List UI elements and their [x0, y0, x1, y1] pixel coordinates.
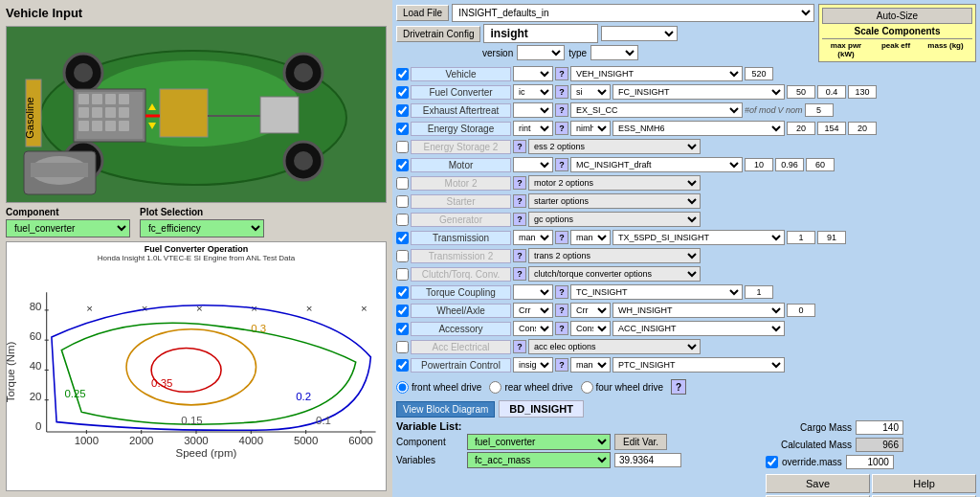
component-v2-input[interactable] [817, 85, 846, 99]
help-button[interactable]: Help [872, 474, 976, 493]
component-checkbox[interactable] [396, 286, 409, 299]
component-v1-input[interactable] [787, 231, 815, 244]
component-v1-input[interactable] [787, 122, 815, 135]
component-checkbox[interactable] [396, 232, 409, 244]
component-sel1[interactable]: Const [513, 321, 553, 336]
save-button[interactable]: Save [766, 474, 870, 493]
version-select-type[interactable] [601, 26, 678, 41]
component-v3-input[interactable] [805, 103, 834, 117]
auto-size-button[interactable]: Auto-Size [822, 8, 972, 24]
component-checkbox[interactable] [396, 195, 409, 208]
component-checkbox[interactable] [396, 177, 409, 190]
component-sel1[interactable]: insight [513, 357, 553, 373]
component-sel1[interactable]: rint [513, 121, 553, 136]
component-checkbox[interactable] [396, 250, 409, 262]
scale-title: Scale Components [822, 26, 972, 39]
component-help-button[interactable]: ? [513, 267, 526, 281]
component-help-button[interactable]: ? [513, 194, 526, 208]
component-help-button[interactable]: ? [555, 67, 568, 80]
component-name-select[interactable]: PTC_INSIGHT [612, 357, 785, 373]
component-help-button[interactable]: ? [555, 285, 568, 299]
component-checkbox[interactable] [396, 86, 409, 99]
component-help-button[interactable]: ? [513, 340, 526, 353]
component-help-button[interactable]: ? [555, 231, 568, 244]
component-help-button[interactable]: ? [555, 158, 568, 171]
component-v2-input[interactable] [817, 122, 846, 135]
component-v3-input[interactable] [806, 158, 835, 171]
component-help-button[interactable]: ? [513, 249, 526, 262]
component-help-button[interactable]: ? [555, 122, 568, 135]
component-v3-input[interactable] [848, 122, 877, 135]
component-help-button[interactable]: ? [513, 213, 526, 226]
four-wheel-drive-option[interactable]: four wheel drive [581, 381, 664, 394]
component-checkbox[interactable] [396, 159, 409, 171]
rear-wheel-drive-option[interactable]: rear wheel drive [489, 381, 572, 394]
component-v2-input[interactable] [775, 158, 804, 171]
component-sel1-empty[interactable] [513, 102, 553, 118]
edit-var-button[interactable]: Edit Var. [614, 434, 667, 450]
component-name-select[interactable]: WH_INSIGHT [612, 303, 785, 318]
component-sel2[interactable]: si [570, 84, 611, 100]
component-checkbox[interactable] [396, 359, 409, 372]
override-mass-input[interactable] [846, 455, 894, 469]
component-sel1[interactable]: Crr [513, 303, 553, 318]
component-checkbox[interactable] [396, 323, 409, 335]
component-name-select[interactable]: ACC_INSIGHT [612, 321, 785, 336]
component-name-select[interactable]: MC_INSIGHT_draft [570, 157, 743, 172]
component-v1-input[interactable] [787, 85, 815, 99]
component-checkbox[interactable] [396, 104, 409, 117]
component-checkbox[interactable] [396, 123, 409, 135]
component-name-select[interactable]: TC_INSIGHT [570, 284, 743, 300]
component-sel2[interactable]: Const [570, 321, 611, 336]
component-name-select[interactable]: VEH_INSIGHT [570, 66, 743, 81]
grid-row: Motor 2?motor 2 options [396, 174, 976, 192]
drive-help-button[interactable]: ? [671, 379, 686, 395]
variables-select[interactable]: fc_acc_mass [467, 452, 611, 468]
insight-input[interactable] [483, 24, 598, 43]
plot-select[interactable]: fc_efficiency [140, 219, 264, 237]
component-help-button[interactable]: ? [555, 322, 568, 335]
component-sel1-empty[interactable] [513, 157, 553, 172]
override-checkbox[interactable] [766, 456, 778, 468]
component-checkbox[interactable] [396, 214, 409, 226]
component-checkbox[interactable] [396, 268, 409, 281]
component-help-button[interactable]: ? [555, 358, 568, 372]
component-name-select[interactable]: ESS_NMH6 [612, 121, 785, 136]
component-help-button[interactable]: ? [555, 85, 568, 99]
view-block-diagram-button[interactable]: View Block Diagram [396, 401, 495, 418]
front-wheel-drive-option[interactable]: front wheel drive [396, 381, 481, 394]
component-name-select[interactable]: TX_5SPD_SI_INSIGHT [612, 230, 785, 245]
component-sel2[interactable]: Crr [570, 303, 611, 318]
component-v3-input[interactable] [848, 85, 877, 99]
component-v3-input[interactable] [817, 231, 846, 244]
component-checkbox[interactable] [396, 68, 409, 80]
component-help-button[interactable]: ? [555, 103, 568, 117]
component-help-button[interactable]: ? [513, 176, 526, 190]
component-checkbox[interactable] [396, 341, 409, 353]
component-var-select[interactable]: fuel_converter [467, 434, 611, 450]
component-v1-input[interactable] [745, 285, 773, 299]
type-select[interactable] [590, 45, 638, 60]
component-v1-input[interactable] [745, 158, 773, 171]
component-sel2[interactable]: man [570, 357, 611, 373]
load-file-button[interactable]: Load File [396, 5, 449, 21]
cargo-mass-input[interactable] [856, 420, 903, 435]
file-select[interactable]: INSIGHT_defaults_in [452, 4, 814, 22]
component-sel1[interactable]: ic [513, 84, 553, 100]
component-v3-input[interactable] [745, 67, 773, 80]
component-sel1[interactable]: man [513, 230, 553, 245]
component-help-button[interactable]: ? [555, 304, 568, 317]
drivetrain-config-button[interactable]: Drivetrain Config [396, 26, 480, 42]
component-checkbox[interactable] [396, 305, 409, 317]
component-name-select[interactable]: EX_SI_CC [570, 102, 743, 118]
component-help-button[interactable]: ? [513, 140, 526, 153]
component-sel2[interactable]: man [570, 230, 611, 245]
component-v3-input[interactable] [787, 304, 815, 317]
component-sel1-empty[interactable] [513, 284, 553, 300]
version-select[interactable] [517, 45, 565, 60]
component-checkbox[interactable] [396, 141, 409, 153]
component-select[interactable]: fuel_converter [6, 219, 130, 237]
component-name-select[interactable]: FC_INSIGHT [612, 84, 785, 100]
component-sel2[interactable]: nimh [570, 121, 611, 136]
component-sel1-empty[interactable] [513, 66, 553, 81]
